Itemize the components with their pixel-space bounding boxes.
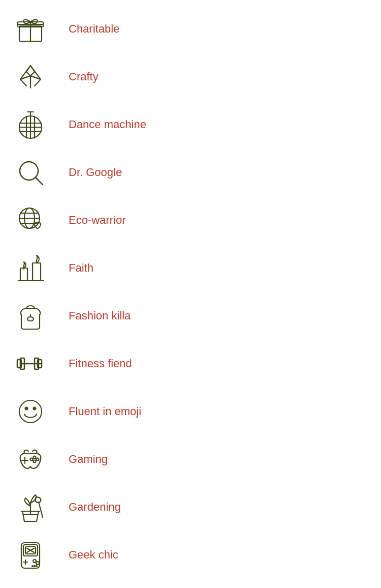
dr-google-label: Dr. Google [69,166,122,179]
eco-warrior-icon [10,202,51,238]
svg-point-24 [27,317,34,321]
list-item[interactable]: Crafty [0,53,381,101]
faith-label: Faith [69,261,93,275]
svg-point-33 [34,407,36,410]
svg-rect-20 [20,268,27,280]
svg-point-51 [33,560,36,563]
faith-icon [10,250,51,286]
dance-machine-icon [10,107,51,142]
list-item[interactable]: Faith [0,244,381,292]
list-item[interactable]: Dr. Google [0,149,381,196]
list-item[interactable]: Gardening [0,483,381,531]
svg-line-43 [39,502,43,517]
svg-point-36 [34,456,36,459]
svg-point-52 [36,562,39,565]
svg-point-37 [37,458,39,461]
gaming-label: Gaming [69,453,108,466]
home-bird-icon [10,585,51,588]
svg-point-38 [34,460,36,463]
fluent-in-emoji-label: Fluent in emoji [69,405,141,418]
svg-rect-21 [33,263,41,280]
eco-warrior-label: Eco-warrior [69,214,125,227]
list-item[interactable]: Dance machine [0,101,381,149]
fashion-killa-icon [10,298,51,334]
list-item[interactable]: Geek chic [0,531,381,579]
list-item[interactable]: Gaming [0,435,381,483]
dance-machine-label: Dance machine [69,118,146,131]
svg-point-31 [19,400,42,423]
svg-line-14 [36,178,43,185]
list-item[interactable]: Charitable [0,5,381,53]
svg-point-32 [25,407,28,410]
interests-list: Charitable Crafty [0,0,381,588]
crafty-icon [10,59,51,95]
list-item[interactable]: Fitness fiend [0,340,381,388]
gaming-icon [10,442,51,477]
fitness-fiend-label: Fitness fiend [69,357,132,370]
geek-chic-icon [10,537,51,573]
gardening-label: Gardening [69,501,121,514]
list-item[interactable]: Eco-warrior [0,196,381,244]
charitable-icon [10,11,51,47]
fashion-killa-label: Fashion killa [69,309,131,322]
svg-point-39 [30,458,33,461]
gardening-icon [10,489,51,525]
fluent-in-emoji-icon [10,394,51,429]
svg-point-55 [36,566,37,567]
svg-point-54 [34,566,35,567]
charitable-label: Charitable [69,22,119,36]
list-item[interactable]: Fluent in emoji [0,388,381,435]
svg-point-53 [32,566,33,567]
fitness-fiend-icon [10,346,51,381]
dr-google-icon [10,155,51,190]
geek-chic-label: Geek chic [69,548,118,562]
crafty-label: Crafty [69,70,99,83]
list-item[interactable]: Home bird [0,579,381,588]
list-item[interactable]: Fashion killa [0,292,381,340]
